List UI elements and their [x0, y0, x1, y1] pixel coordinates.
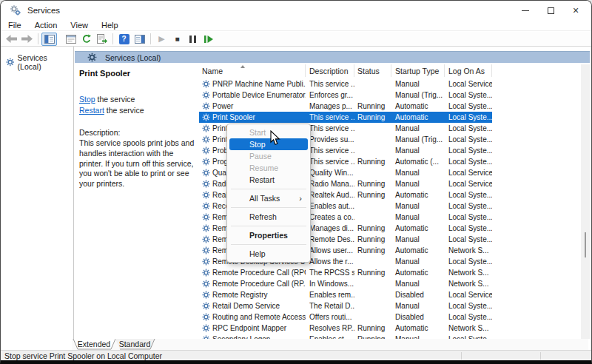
- cell-status: Running: [354, 234, 391, 245]
- cell-name: Retail Demo Service: [199, 300, 306, 311]
- cell-logon: Local Syste...: [445, 189, 492, 200]
- service-gear-icon: [202, 269, 210, 277]
- show-console-tree-button[interactable]: [41, 33, 57, 46]
- column-header-description[interactable]: Description: [306, 64, 354, 77]
- stop-service-button[interactable]: ■: [169, 33, 185, 46]
- cell-name: Power: [199, 101, 306, 112]
- table-row[interactable]: Routing and Remote AccessOffers routi...…: [199, 311, 492, 323]
- view-tabs: Extended Standard: [72, 339, 588, 350]
- service-gear-icon: [202, 324, 210, 332]
- menu-item-all-tasks[interactable]: All Tasks›: [229, 192, 308, 204]
- cell-desc: Remote Des...: [306, 234, 354, 245]
- table-row[interactable]: Portable Device Enumerator...Enforces gr…: [199, 90, 492, 101]
- cell-desc: This service ...: [306, 78, 354, 90]
- cell-logon: Local Syste...: [445, 134, 492, 145]
- cell-desc: Manages di...: [306, 223, 354, 234]
- tree-item-services-local[interactable]: Services (Local): [4, 53, 73, 72]
- menu-help[interactable]: Help: [95, 21, 125, 30]
- stop-service-link[interactable]: Stop: [79, 95, 95, 104]
- cell-logon: Local Syste...: [445, 90, 492, 101]
- cell-startup: Manual (Trig...: [391, 90, 445, 101]
- refresh-button[interactable]: [78, 33, 94, 46]
- cell-logon: Local Syste...: [445, 234, 492, 245]
- table-row[interactable]: RPC Endpoint MapperResolves RP...Running…: [199, 323, 492, 334]
- statusbar-divider: [540, 352, 541, 360]
- menu-file[interactable]: File: [1, 21, 28, 30]
- column-header-name[interactable]: Name: [199, 64, 306, 77]
- refresh-icon: [81, 34, 92, 44]
- properties-button[interactable]: [63, 33, 78, 46]
- table-row[interactable]: PowerManages p...RunningAutomaticLocal S…: [199, 101, 492, 112]
- service-gear-icon: [202, 235, 210, 243]
- toolbar-separator: [112, 33, 113, 44]
- properties-icon: [66, 35, 76, 44]
- services-window: Services × File Action View Help: [0, 0, 592, 364]
- column-header-log-on-as[interactable]: Log On As: [445, 64, 492, 77]
- column-header-status[interactable]: Status: [354, 64, 391, 77]
- scrollbar-thumb[interactable]: [585, 232, 586, 257]
- maximize-button[interactable]: [538, 1, 563, 20]
- cell-desc: This service ...: [306, 156, 354, 167]
- menu-view[interactable]: View: [64, 21, 95, 30]
- cell-logon: Network S...: [445, 267, 492, 278]
- export-list-button[interactable]: [94, 33, 110, 46]
- cell-status: Running: [354, 178, 391, 189]
- menu-item-refresh[interactable]: Refresh: [229, 211, 308, 223]
- cell-desc: Enables aut...: [306, 200, 354, 212]
- pause-service-button[interactable]: [185, 33, 201, 46]
- services-gears-icon: [10, 4, 21, 16]
- cell-startup: Manual: [391, 300, 445, 311]
- menu-action[interactable]: Action: [28, 21, 64, 30]
- help-button[interactable]: ?: [116, 33, 132, 46]
- content-header-label: Services (Local): [105, 53, 161, 62]
- stop-service-icon: ■: [175, 35, 179, 43]
- service-gear-icon: [202, 246, 210, 255]
- table-row[interactable]: Remote Procedure Call (RP...In Windows..…: [199, 278, 492, 289]
- service-gear-icon: [202, 224, 210, 232]
- cell-status: [354, 167, 391, 178]
- table-row[interactable]: Retail Demo ServiceThe Retail D...Manual…: [199, 300, 492, 311]
- menu-item-help[interactable]: Help: [229, 248, 308, 260]
- table-row[interactable]: Print SpoolerThis service ...RunningAuto…: [199, 112, 492, 123]
- cell-desc: Enforces gr...: [306, 90, 354, 101]
- cell-name: Remote Registry: [199, 289, 306, 300]
- mouse-cursor: [270, 130, 281, 149]
- tree-item-label: Services (Local): [18, 53, 71, 71]
- vertical-scrollbar[interactable]: [581, 64, 590, 339]
- restart-service-button[interactable]: [201, 33, 216, 46]
- forward-button[interactable]: [19, 33, 35, 46]
- tab-standard[interactable]: Standard: [119, 340, 151, 348]
- show-action-pane-button[interactable]: [132, 33, 147, 46]
- cell-logon: Local Service: [445, 167, 492, 178]
- cell-name: Routing and Remote Access: [199, 311, 306, 323]
- cell-startup: Automatic: [391, 323, 445, 334]
- minimize-button[interactable]: [513, 1, 538, 20]
- cell-desc: Manages p...: [306, 101, 354, 112]
- start-service-button[interactable]: ▶: [154, 33, 169, 46]
- table-row[interactable]: PNRP Machine Name Publi...This service .…: [199, 78, 492, 90]
- menu-item-restart[interactable]: Restart: [229, 174, 308, 186]
- description-label: Description:: [79, 128, 120, 137]
- cell-logon: Local Syste...: [445, 200, 492, 212]
- console-tree-panel: Services (Local): [1, 47, 74, 350]
- cell-status: Running: [354, 323, 391, 334]
- forward-icon: [21, 35, 33, 43]
- window-controls: ×: [513, 1, 588, 20]
- submenu-arrow-icon: ›: [299, 194, 302, 203]
- cell-startup: Automatic (...: [391, 156, 445, 167]
- cell-desc: In Windows...: [306, 278, 354, 289]
- cell-status: [354, 300, 391, 311]
- table-row[interactable]: Secondary LogonEnables st...RunningManua…: [199, 334, 492, 339]
- table-row[interactable]: Remote Procedure Call (RPC)The RPCSS s..…: [199, 267, 492, 278]
- menu-item-stop[interactable]: Stop: [229, 138, 308, 150]
- menu-item-properties[interactable]: Properties: [229, 229, 308, 241]
- restart-service-link[interactable]: Restart: [79, 106, 104, 115]
- back-button[interactable]: [4, 33, 19, 46]
- close-button[interactable]: ×: [563, 1, 588, 20]
- cell-startup: Manual: [391, 212, 445, 223]
- service-gear-icon: [202, 191, 210, 199]
- column-header-startup-type[interactable]: Startup Type: [391, 64, 445, 77]
- tab-extended[interactable]: Extended: [78, 340, 111, 348]
- table-row[interactable]: Remote RegistryEnables rem...DisabledLoc…: [199, 289, 492, 300]
- service-gear-icon: [202, 280, 210, 288]
